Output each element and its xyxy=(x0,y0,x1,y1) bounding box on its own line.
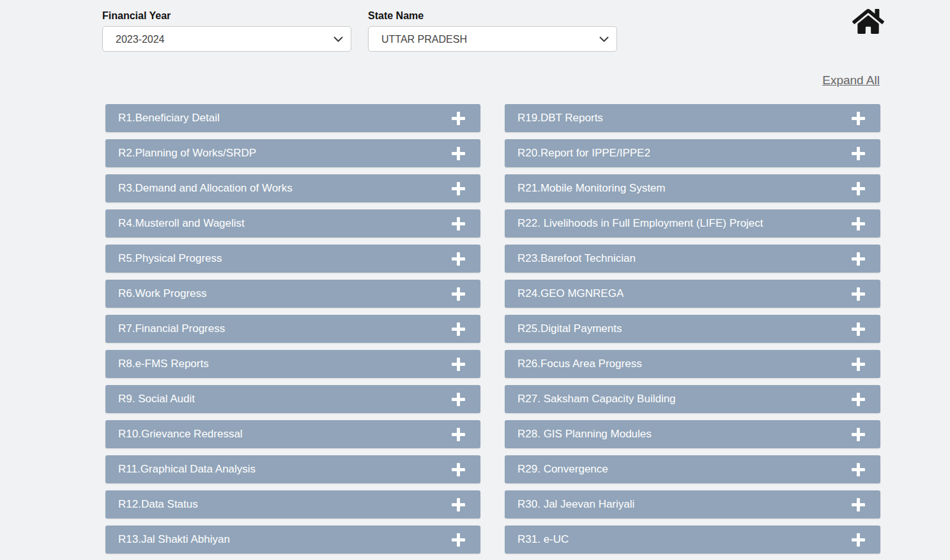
plus-icon[interactable] xyxy=(852,252,865,266)
panel-label: R3.Demand and Allocation of Works xyxy=(118,182,293,195)
plus-icon[interactable] xyxy=(852,463,865,476)
accordion-panel-r28[interactable]: R28. GIS Planning Modules xyxy=(505,420,880,448)
plus-icon[interactable] xyxy=(852,393,865,406)
accordion-panel-r19[interactable]: R19.DBT Reports xyxy=(505,104,880,132)
panel-label: R28. GIS Planning Modules xyxy=(517,428,652,441)
panel-label: R1.Beneficiary Detail xyxy=(118,112,220,125)
accordion-panel-r9[interactable]: R9. Social Audit xyxy=(105,385,480,413)
panel-label: R19.DBT Reports xyxy=(517,112,603,125)
plus-icon[interactable] xyxy=(452,147,465,160)
panel-label: R4.Musteroll and Wagelist xyxy=(118,217,245,230)
state-name-field: State Name UTTAR PRADESH xyxy=(368,10,617,52)
panel-label: R26.Focus Area Progress xyxy=(517,358,642,370)
accordion-panel-r20[interactable]: R20.Report for IPPE/IPPE2 xyxy=(505,139,880,167)
plus-icon[interactable] xyxy=(852,428,865,441)
expand-all-link[interactable]: Expand All xyxy=(822,73,880,87)
panel-label: R30. Jal Jeevan Hariyali xyxy=(517,498,634,511)
accordion-panel-r1[interactable]: R1.Beneficiary Detail xyxy=(105,104,480,132)
accordion-panel-r2[interactable]: R2.Planning of Works/SRDP xyxy=(105,139,480,167)
panel-label: R22. Livelihoods in Full Employment (LIF… xyxy=(517,217,763,230)
accordion-panel-r7[interactable]: R7.Financial Progress xyxy=(105,315,480,343)
accordion-panel-r31[interactable]: R31. e-UC xyxy=(505,526,880,554)
panel-label: R10.Grievance Redressal xyxy=(118,428,243,441)
reports-column-left: R1.Beneficiary Detail R2.Planning of Wor… xyxy=(105,104,480,560)
accordion-panel-r3[interactable]: R3.Demand and Allocation of Works xyxy=(105,174,480,202)
plus-icon[interactable] xyxy=(452,287,465,301)
accordion-panel-r10[interactable]: R10.Grievance Redressal xyxy=(105,420,480,448)
accordion-panel-r5[interactable]: R5.Physical Progress xyxy=(105,245,480,273)
accordion-panel-r24[interactable]: R24.GEO MGNREGA xyxy=(505,280,880,308)
financial-year-select[interactable]: 2023-2024 xyxy=(102,26,351,52)
plus-icon[interactable] xyxy=(452,112,465,125)
home-button[interactable] xyxy=(852,7,884,36)
accordion-panel-r25[interactable]: R25.Digital Payments xyxy=(505,315,880,343)
accordion-panel-r22[interactable]: R22. Livelihoods in Full Employment (LIF… xyxy=(505,209,880,238)
panel-label: R12.Data Status xyxy=(118,498,198,511)
panel-label: R2.Planning of Works/SRDP xyxy=(118,147,256,160)
accordion-panel-r23[interactable]: R23.Barefoot Technician xyxy=(505,245,880,273)
accordion-panel-r27[interactable]: R27. Saksham Capacity Building xyxy=(505,385,880,413)
plus-icon[interactable] xyxy=(852,112,865,125)
panel-label: R23.Barefoot Technician xyxy=(517,252,636,265)
panel-label: R21.Mobile Monitoring System xyxy=(517,182,665,195)
accordion-panel-r11[interactable]: R11.Graphical Data Analysis xyxy=(105,455,480,483)
plus-icon[interactable] xyxy=(452,393,465,406)
plus-icon[interactable] xyxy=(852,217,865,231)
panel-label: R13.Jal Shakti Abhiyan xyxy=(118,533,230,546)
panel-label: R31. e-UC xyxy=(517,533,569,546)
accordion-panel-r12[interactable]: R12.Data Status xyxy=(105,490,480,518)
state-name-label: State Name xyxy=(368,10,617,22)
panel-label: R27. Saksham Capacity Building xyxy=(517,393,676,405)
panel-label: R6.Work Progress xyxy=(118,287,207,300)
plus-icon[interactable] xyxy=(452,217,465,231)
plus-icon[interactable] xyxy=(852,147,865,160)
panel-label: R24.GEO MGNREGA xyxy=(517,287,624,300)
state-name-select-wrap: UTTAR PRADESH xyxy=(368,26,617,52)
plus-icon[interactable] xyxy=(452,358,465,371)
accordion-panel-r30[interactable]: R30. Jal Jeevan Hariyali xyxy=(505,490,880,518)
plus-icon[interactable] xyxy=(852,287,865,301)
plus-icon[interactable] xyxy=(452,182,465,195)
accordion-panel-r26[interactable]: R26.Focus Area Progress xyxy=(505,350,880,378)
plus-icon[interactable] xyxy=(852,322,865,336)
accordion-panel-r6[interactable]: R6.Work Progress xyxy=(105,280,480,308)
panel-label: R8.e-FMS Reports xyxy=(118,358,209,370)
plus-icon[interactable] xyxy=(852,498,865,511)
state-name-select[interactable]: UTTAR PRADESH xyxy=(368,26,617,52)
panel-label: R9. Social Audit xyxy=(118,393,195,405)
home-icon xyxy=(852,7,884,36)
accordion-panel-r13[interactable]: R13.Jal Shakti Abhiyan xyxy=(105,526,480,554)
financial-year-select-wrap: 2023-2024 xyxy=(102,26,351,52)
plus-icon[interactable] xyxy=(452,463,465,476)
panel-label: R29. Convergence xyxy=(517,463,608,476)
financial-year-field: Financial Year 2023-2024 xyxy=(102,10,351,52)
panel-label: R5.Physical Progress xyxy=(118,252,222,265)
reports-column-right: R19.DBT Reports R20.Report for IPPE/IPPE… xyxy=(505,104,880,560)
panel-label: R20.Report for IPPE/IPPE2 xyxy=(517,147,650,160)
plus-icon[interactable] xyxy=(852,358,865,371)
plus-icon[interactable] xyxy=(452,498,465,511)
financial-year-label: Financial Year xyxy=(102,10,351,22)
panel-label: R25.Digital Payments xyxy=(517,322,622,335)
panel-label: R7.Financial Progress xyxy=(118,322,225,335)
accordion-panel-r21[interactable]: R21.Mobile Monitoring System xyxy=(505,174,880,202)
plus-icon[interactable] xyxy=(452,252,465,266)
plus-icon[interactable] xyxy=(452,428,465,441)
plus-icon[interactable] xyxy=(452,533,465,547)
plus-icon[interactable] xyxy=(852,533,865,547)
plus-icon[interactable] xyxy=(452,322,465,336)
plus-icon[interactable] xyxy=(852,182,865,195)
reports-page: { "header": { "financial_year": { "label… xyxy=(0,0,950,560)
accordion-panel-r29[interactable]: R29. Convergence xyxy=(505,455,880,483)
accordion-panel-r4[interactable]: R4.Musteroll and Wagelist xyxy=(105,209,480,238)
panel-label: R11.Graphical Data Analysis xyxy=(118,463,256,476)
accordion-panel-r8[interactable]: R8.e-FMS Reports xyxy=(105,350,480,378)
